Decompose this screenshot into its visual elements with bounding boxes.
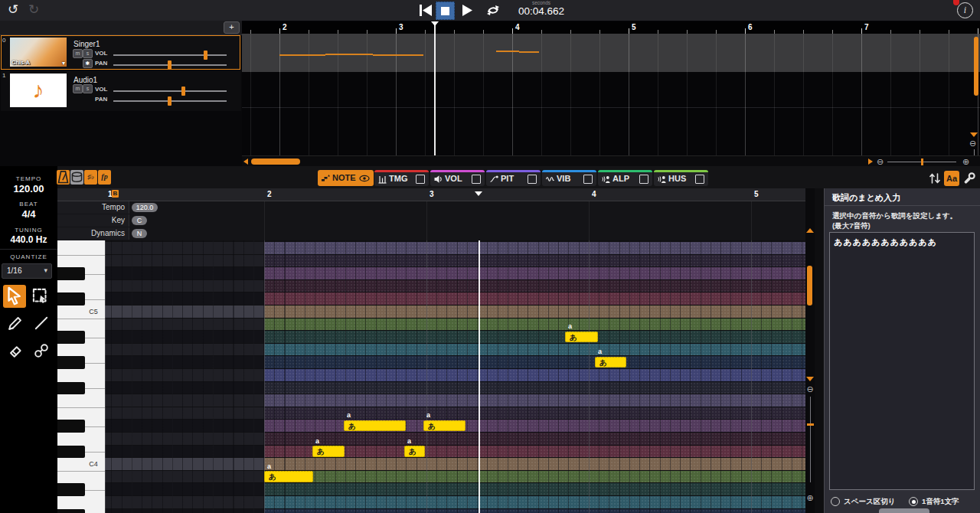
param-sliders-icon[interactable] [927, 171, 942, 186]
editor-zoom-out-icon[interactable]: ⊖ [805, 384, 815, 394]
lyrics-input-mode-button[interactable]: Aa [944, 171, 959, 186]
tab-vib[interactable]: VIB [542, 170, 596, 186]
singer-avatar[interactable]: Chis-A▾ [10, 38, 67, 67]
note[interactable]: あ [312, 446, 345, 457]
tab-tmg[interactable]: TMG [374, 170, 429, 186]
arrangement-hscrollbar[interactable]: ⊖⊕ [242, 155, 980, 166]
tool-unlink[interactable] [32, 341, 51, 360]
undo-icon[interactable]: ↺ [5, 2, 21, 18]
toggle-dynamics-button[interactable]: fp [98, 170, 111, 185]
scroll-right-icon[interactable] [868, 158, 873, 165]
eye-icon[interactable] [359, 174, 370, 183]
tab-visibility-checkbox[interactable] [472, 175, 481, 184]
black-key-F#4[interactable] [57, 382, 85, 395]
editor-ruler[interactable]: 12345B [57, 188, 815, 201]
loop-button[interactable] [485, 3, 501, 18]
hzoom-in-icon[interactable]: ⊕ [962, 157, 972, 166]
hzoom-slider-handle[interactable] [921, 158, 923, 165]
arrangement-ruler[interactable]: 234567 [242, 21, 980, 34]
vol-label: VOL [95, 86, 107, 93]
piano-keyboard[interactable]: C5C4 [57, 240, 105, 513]
black-key-C#4[interactable] [57, 446, 85, 459]
note[interactable]: あ [565, 332, 598, 343]
radio-space-separated[interactable]: スペース区切り [831, 496, 903, 507]
arrangement-playhead[interactable] [434, 21, 436, 155]
editor-vzoom-slider[interactable] [810, 397, 811, 482]
arrangement-vscrollbar[interactable] [974, 37, 978, 96]
vol-slider[interactable] [113, 90, 227, 92]
toggle-tempo-metronome-button[interactable] [57, 170, 70, 185]
black-key-A#4[interactable] [57, 331, 85, 344]
tool-pencil[interactable] [6, 314, 24, 332]
note[interactable]: あ [264, 471, 313, 482]
black-key-D#5[interactable] [57, 267, 85, 280]
track-row-singer1[interactable]: 0Chis-A▾Singer1msVOL✱PAN [1, 35, 240, 70]
tool-select-cursor[interactable] [3, 285, 26, 308]
vzoom-out-icon[interactable]: ⊖ [969, 139, 978, 149]
scroll-down-icon[interactable] [806, 377, 814, 381]
play-button[interactable] [459, 3, 475, 18]
black-key-A#3[interactable] [57, 483, 85, 496]
mute-button[interactable]: m [73, 84, 83, 93]
info-icon[interactable]: i [957, 2, 973, 18]
hzoom-out-icon[interactable]: ⊖ [877, 157, 886, 166]
tool-line[interactable] [32, 314, 51, 332]
tempo-row-value-badge[interactable]: 120.0 [132, 203, 158, 212]
key-row-value-badge[interactable]: C [132, 216, 147, 225]
stop-button[interactable] [436, 2, 455, 20]
dynamics-row-value-badge[interactable]: N [132, 229, 147, 238]
tab-note[interactable]: NOTE [318, 170, 374, 186]
track-row-audio1[interactable]: 1♪Audio1msVOLPAN [1, 70, 241, 111]
hscroll-thumb[interactable] [251, 158, 300, 165]
note[interactable]: あ [344, 420, 406, 432]
solo-button[interactable]: s [83, 49, 93, 58]
editor-zoom-in-icon[interactable]: ⊕ [805, 493, 815, 503]
pan-slider-handle[interactable] [168, 60, 172, 70]
tab-vol[interactable]: VOL [430, 170, 485, 186]
vol-slider[interactable] [113, 54, 227, 56]
quantize-dropdown[interactable]: 1/16 ▾ [2, 263, 52, 279]
lyrics-input[interactable]: あああああああああああ [829, 232, 975, 490]
tool-eraser[interactable] [6, 341, 24, 360]
piano-roll-grid[interactable]: aあaあaあaあaあaあaあ [105, 240, 805, 513]
solo-button[interactable]: s [83, 84, 93, 93]
add-track-button[interactable]: + [224, 21, 240, 34]
tab-visibility-checkbox[interactable] [639, 175, 648, 184]
editor-vscroll-thumb[interactable] [807, 266, 812, 306]
mute-button[interactable]: m [73, 49, 83, 58]
tab-hus[interactable]: HUS [654, 170, 708, 186]
voice-select-chevron-icon[interactable]: ▾ [62, 60, 65, 67]
toggle-key-accidentals-button[interactable]: ♯♭ [84, 170, 97, 185]
toggle-beat-drum-button[interactable] [70, 170, 83, 185]
tab-visibility-checkbox[interactable] [528, 175, 537, 184]
note[interactable]: あ [423, 420, 466, 432]
vol-slider-handle[interactable] [181, 87, 185, 96]
editor-scroll-strip[interactable]: ⊖⊕ [805, 188, 815, 513]
tab-visibility-checkbox[interactable] [583, 175, 593, 184]
vzoom-collapse-icon[interactable] [970, 132, 978, 137]
editor-vzoom-handle[interactable] [807, 423, 814, 426]
pan-slider-handle[interactable] [168, 96, 172, 106]
editor-playhead[interactable] [479, 240, 480, 513]
radio-one-char-per-note[interactable]: 1音符1文字 [909, 496, 978, 507]
tab-visibility-checkbox[interactable] [695, 175, 704, 184]
audio-track-thumbnail[interactable]: ♪ [10, 74, 67, 107]
black-key-G#4[interactable] [57, 356, 85, 369]
scroll-up-icon[interactable] [806, 228, 814, 233]
note[interactable]: あ [404, 446, 425, 457]
redo-icon[interactable]: ↻ [25, 2, 42, 18]
skip-to-start-button[interactable] [417, 3, 434, 18]
tab-visibility-checkbox[interactable] [416, 175, 425, 184]
black-key-D#4[interactable] [57, 420, 85, 433]
tab-alp[interactable]: ALP [598, 170, 652, 186]
tool-marquee-select[interactable] [31, 286, 51, 306]
black-key-G#3[interactable] [57, 509, 85, 513]
star-button[interactable]: ✱ [83, 59, 93, 68]
settings-wrench-icon[interactable] [962, 171, 977, 186]
black-key-C#5[interactable] [57, 292, 85, 306]
note[interactable]: あ [595, 357, 626, 368]
apply-button-partial[interactable] [879, 508, 929, 513]
scroll-left-icon[interactable] [243, 158, 248, 165]
vol-slider-handle[interactable] [204, 51, 207, 60]
tab-pit[interactable]: PIT [486, 170, 541, 186]
